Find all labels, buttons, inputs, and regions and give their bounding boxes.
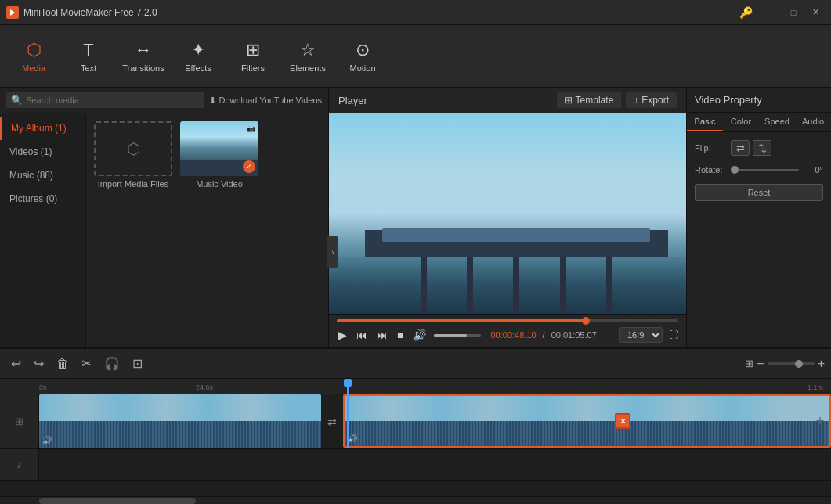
- clip2-thumbnail: [345, 396, 829, 421]
- videos-label: Videos (1): [9, 146, 52, 157]
- rotate-value: 0°: [804, 165, 823, 175]
- restore-button[interactable]: □: [784, 5, 803, 20]
- video-train: [382, 228, 650, 242]
- zoom-in-btn[interactable]: +: [818, 357, 825, 371]
- media-grid: ⬡ Import Media Files 📷 ✓ Music Video: [86, 113, 328, 347]
- flip-horizontal-btn[interactable]: ⇄: [731, 140, 750, 156]
- music-track: ♪: [0, 449, 831, 481]
- clip2-delete-marker[interactable]: ✕: [615, 413, 630, 429]
- split-btn[interactable]: ⊞: [745, 358, 753, 369]
- delete-btn[interactable]: 🗑: [52, 354, 74, 374]
- toolbar-media[interactable]: ⬡ Media: [6, 29, 61, 84]
- timeline-toolbar: ↩ ↪ 🗑 ✂ 🎧 ⊡ ⊞ − +: [0, 349, 831, 379]
- clip-transition-arrow: ⇄: [321, 416, 343, 428]
- tab-color[interactable]: Color: [723, 113, 759, 131]
- sidebar-item-album[interactable]: My Album (1): [0, 117, 85, 140]
- video-check-icon: ✓: [243, 160, 255, 173]
- progress-bar[interactable]: [337, 319, 678, 322]
- redo-btn[interactable]: ↪: [29, 353, 49, 374]
- zoom-controls: ⊞ − +: [745, 357, 825, 371]
- fullscreen-btn[interactable]: ⛶: [669, 329, 678, 340]
- clip2-audio: [345, 421, 829, 446]
- undo-btn[interactable]: ↩: [6, 353, 26, 374]
- plus-icon: ⬡: [127, 139, 140, 158]
- sidebar-item-pictures[interactable]: Pictures (0): [0, 187, 85, 211]
- sidebar-item-music[interactable]: Music (88): [0, 164, 85, 187]
- close-button[interactable]: ✕: [806, 5, 825, 20]
- titlebar: MiniTool MovieMaker Free 7.2.0 🔑 ─ □ ✕: [0, 0, 831, 25]
- media-sidebar: My Album (1) Videos (1) Music (88) Pictu…: [0, 113, 86, 347]
- horizontal-scrollbar[interactable]: [0, 496, 831, 504]
- toolbar-motion[interactable]: ⊙ Motion: [335, 29, 390, 84]
- total-time: 00:01:05.07: [551, 330, 597, 340]
- text-label: Text: [81, 63, 96, 73]
- tab-speed[interactable]: Speed: [759, 113, 795, 131]
- aspect-ratio-select[interactable]: 16:9 9:16 1:1: [619, 327, 663, 343]
- window-controls: ─ □ ✕: [762, 5, 825, 20]
- download-label: Download YouTube Videos: [219, 95, 323, 105]
- tab-basic[interactable]: Basic: [687, 113, 723, 131]
- search-input[interactable]: [26, 95, 200, 105]
- playhead-ruler-line: [347, 379, 349, 394]
- audio-detach-btn[interactable]: 🎧: [99, 353, 125, 374]
- rotate-row: Rotate: 0°: [695, 165, 823, 175]
- player-controls: ▶ ⏮ ⏭ ■ 🔊 00:00:48.10 / 00:01:05.07 16:9…: [329, 314, 686, 347]
- toolbar-filters[interactable]: ⊞ Filters: [226, 29, 280, 84]
- toolbar-effects[interactable]: ✦ Effects: [171, 29, 226, 84]
- export-label: Export: [641, 95, 669, 106]
- music-video-item[interactable]: 📷 ✓ Music Video: [180, 121, 258, 189]
- toolbar-separator: [154, 356, 154, 372]
- transitions-label: Transitions: [122, 63, 164, 73]
- export-btn[interactable]: ↑ Export: [626, 92, 677, 108]
- text-icon: T: [83, 40, 93, 60]
- filters-label: Filters: [241, 63, 265, 73]
- next-frame-btn[interactable]: ⏭: [375, 327, 389, 343]
- ruler-mark-24s: 24.6s: [196, 383, 213, 391]
- video-clip-2[interactable]: 🔊 ✕: [343, 394, 831, 448]
- property-tabs: Basic Color Speed Audio: [687, 113, 831, 132]
- pillar-2: [467, 257, 473, 314]
- volume-btn[interactable]: 🔊: [411, 327, 428, 343]
- download-youtube-btn[interactable]: ⬇ Download YouTube Videos: [209, 95, 323, 106]
- sidebar-item-videos[interactable]: Videos (1): [0, 140, 85, 164]
- current-time: 00:00:48.10: [490, 330, 536, 340]
- zoom-out-btn[interactable]: −: [757, 357, 764, 371]
- toolbar-elements[interactable]: ☆ Elements: [280, 29, 335, 84]
- video-track: ⊞ 🔊 ⇄ 🔊: [0, 394, 831, 449]
- play-btn[interactable]: ▶: [337, 327, 349, 343]
- toolbar-text[interactable]: T Text: [61, 29, 116, 84]
- rotate-handle: [731, 166, 739, 174]
- volume-slider[interactable]: [434, 334, 481, 337]
- scrollbar-thumb[interactable]: [39, 498, 196, 504]
- video-clip-1[interactable]: 🔊: [39, 394, 321, 448]
- key-icon: 🔑: [739, 6, 753, 19]
- template-btn[interactable]: ⊞ Template: [557, 92, 622, 108]
- import-media-item[interactable]: ⬡ Import Media Files: [94, 121, 172, 189]
- time-separator: /: [543, 330, 545, 340]
- tab-audio[interactable]: Audio: [795, 113, 831, 131]
- zoom-slider[interactable]: [768, 362, 815, 365]
- template-label: Template: [576, 95, 614, 106]
- import-label: Import Media Files: [98, 179, 168, 189]
- music-video-thumb: 📷 ✓: [180, 121, 258, 176]
- cut-btn[interactable]: ✂: [77, 353, 96, 374]
- crop-btn[interactable]: ⊡: [128, 353, 147, 374]
- prev-frame-btn[interactable]: ⏮: [355, 327, 369, 343]
- minimize-button[interactable]: ─: [762, 5, 781, 20]
- rotate-slider[interactable]: [731, 169, 799, 171]
- timeline: ↩ ↪ 🗑 ✂ 🎧 ⊡ ⊞ − + 0s 24.6s 1.1m ⊞: [0, 347, 831, 504]
- toolbar-transitions[interactable]: ↔ Transitions: [116, 29, 171, 84]
- reset-btn[interactable]: Reset: [695, 184, 823, 201]
- music-track-icon: ♪: [16, 459, 22, 470]
- video-track-label: ⊞: [0, 394, 39, 448]
- timeline-ruler: 0s 24.6s 1.1m: [0, 379, 831, 394]
- video-scene: [329, 113, 686, 314]
- panel-collapse-btn[interactable]: ›: [327, 236, 338, 268]
- flip-vertical-btn[interactable]: ⇅: [753, 140, 771, 156]
- search-box[interactable]: 🔍: [6, 92, 204, 108]
- add-track-btn[interactable]: +: [812, 414, 828, 430]
- download-icon: ⬇: [209, 95, 216, 106]
- video-camera-icon: 📷: [247, 124, 255, 132]
- stop-btn[interactable]: ■: [396, 327, 405, 343]
- content-area: 🔍 ⬇ Download YouTube Videos My Album (1)…: [0, 88, 831, 347]
